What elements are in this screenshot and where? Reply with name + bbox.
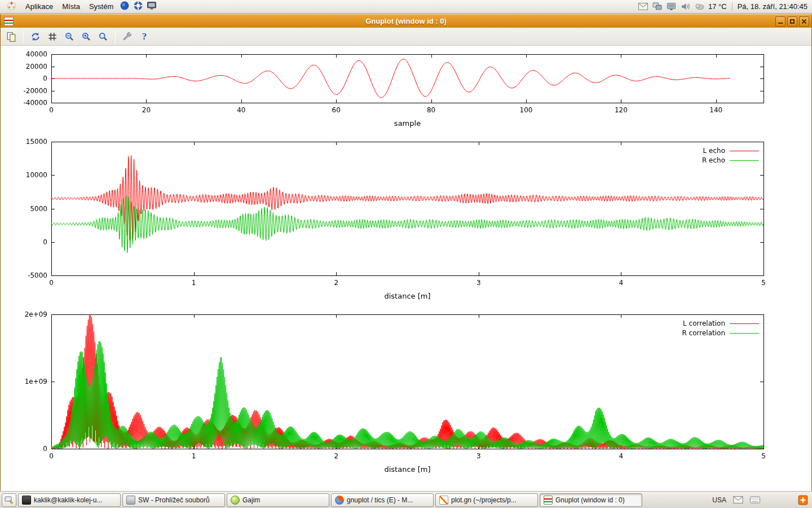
taskbar-window-label: SW - Prohlížeč souborů [138,496,210,504]
file-manager-icon [126,496,135,505]
menu-places[interactable]: Místa [58,0,85,13]
ubuntu-logo-icon [7,1,16,12]
wrench-icon [122,32,133,42]
taskbar-window-label: Gajim [242,496,260,504]
zoom-button[interactable] [96,29,111,44]
replot-button[interactable] [28,29,43,44]
gnuplot-window: Gnuplot (window id : 0) [0,14,812,491]
window-controls [775,16,809,27]
screenshot-launcher[interactable] [145,1,158,13]
minimize-button[interactable] [775,16,785,27]
firefox-icon [120,1,130,12]
taskbar-window-label: Gnuplot (window id : 0) [555,496,625,504]
taskbar-tray: USA [712,495,810,505]
help-launcher[interactable] [132,1,144,13]
screenshot-icon [147,1,157,12]
taskbar-window-label: gnuplot / tics (E) - M... [347,496,413,504]
toolbar-separator [23,30,24,43]
mail-icon[interactable] [733,495,743,505]
help-browser-icon [133,1,143,12]
zoom-next-icon [81,32,91,42]
taskbar-window-button-4[interactable]: gnuplot / tics (E) - M... [331,493,434,507]
copy-icon [6,32,16,42]
replot-icon [30,32,41,42]
network-icon[interactable] [652,2,662,12]
terminal-icon [22,496,31,505]
gnuplot-icon [544,496,553,505]
taskbar-window-label: kaklik@kaklik-kolej-u... [34,496,103,504]
menu-system-label: Systém [89,2,113,11]
weather-icon[interactable] [694,2,704,12]
menu-places-label: Místa [62,2,80,11]
menu-applications-label: Aplikace [25,2,53,11]
text-editor-icon [439,496,448,505]
maximize-icon [790,19,795,24]
config-button[interactable] [120,29,135,44]
close-button[interactable] [799,16,809,27]
panel-separator [732,2,732,11]
toolbar-separator [115,30,116,43]
minimize-icon [778,23,783,24]
taskbar: kaklik@kaklik-kolej-u...SW - Prohlížeč s… [0,491,812,508]
clock-applet[interactable]: Pá, 18. září, 21:40:45 [738,2,807,11]
grid-icon [47,32,58,42]
ubuntu-logo-menu[interactable] [2,0,21,13]
display-icon[interactable] [666,2,676,12]
firefox-icon [335,496,344,505]
taskbar-window-button-3[interactable]: Gajim [227,493,329,507]
desktop: Aplikace Místa Systém [0,0,812,508]
gajim-icon [231,496,240,505]
mail-notification-icon[interactable] [638,2,648,12]
temperature-label[interactable]: 17 °C [708,2,727,11]
top-panel: Aplikace Místa Systém [0,0,812,14]
update-notifier-icon[interactable] [798,495,808,505]
plot-canvas[interactable] [1,46,811,491]
taskbar-window-list: kaklik@kaklik-kolej-u...SW - Prohlížeč s… [18,493,642,507]
taskbar-window-button-2[interactable]: SW - Prohlížeč souborů [122,493,225,507]
taskbar-window-button-1[interactable]: kaklik@kaklik-kolej-u... [18,493,121,507]
window-title: Gnuplot (window id : 0) [1,17,811,25]
menu-system[interactable]: Systém [85,0,118,13]
menu-applications[interactable]: Aplikace [21,0,58,13]
keyboard-indicator-icon[interactable] [750,495,760,505]
taskbar-window-button-6[interactable]: Gnuplot (window id : 0) [540,493,642,507]
volume-icon[interactable] [680,2,690,12]
help-button[interactable]: ? [137,29,152,44]
firefox-launcher[interactable] [118,1,131,13]
keyboard-layout-indicator[interactable]: USA [712,496,726,504]
plot-area [1,46,811,491]
taskbar-window-label: plot.gn (~/projects/p... [451,496,517,504]
zoom-icon [98,32,108,42]
zoom-previous-icon [64,32,74,42]
show-desktop-button[interactable] [2,493,16,507]
panel-left: Aplikace Místa Systém [2,0,158,13]
grid-button[interactable] [45,29,60,44]
copy-button[interactable] [4,29,19,44]
zoom-previous-button[interactable] [62,29,77,44]
maximize-button[interactable] [787,16,797,27]
titlebar[interactable]: Gnuplot (window id : 0) [1,14,811,28]
help-icon: ? [142,31,147,42]
zoom-next-button[interactable] [79,29,94,44]
gnuplot-toolbar: ? [1,28,811,46]
show-desktop-icon [5,496,14,504]
taskbar-window-button-5[interactable]: plot.gn (~/projects/p... [435,493,538,507]
panel-tray: 17 °C Pá, 18. září, 21:40:45 [638,0,810,13]
gnuplot-window-icon[interactable] [4,17,14,26]
